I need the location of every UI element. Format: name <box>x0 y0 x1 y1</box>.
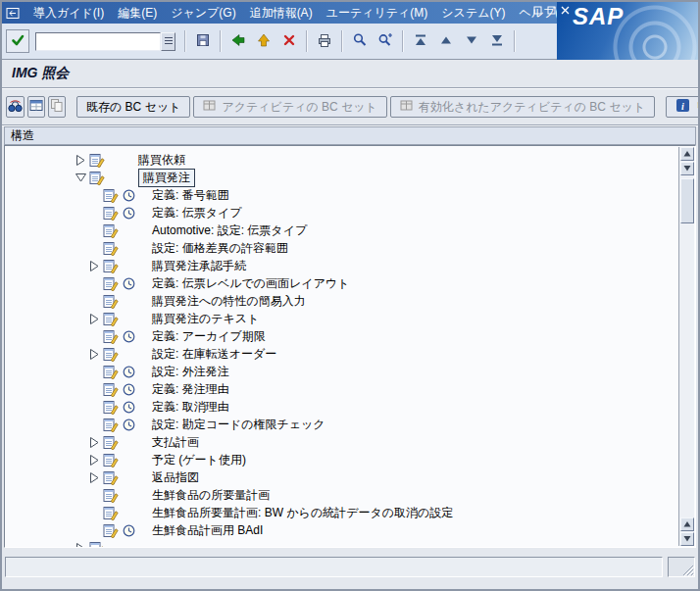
tree-node-label[interactable]: 購買発注承認手続 <box>152 258 246 274</box>
tree-row[interactable]: 購買発注承認手続 <box>5 257 678 274</box>
copy-button[interactable] <box>48 96 66 118</box>
tree-row[interactable]: 定義: 伝票レベルでの画面レイアウト <box>5 274 678 292</box>
expand-icon[interactable] <box>85 349 103 360</box>
tree-row[interactable]: 定義: 番号範囲 <box>5 186 678 204</box>
tree-node-label[interactable]: 定義: 伝票レベルでの画面レイアウト <box>152 275 349 292</box>
release-notes-button[interactable]: i リリースノート <box>666 96 700 118</box>
img-activity-icon[interactable] <box>103 400 123 415</box>
img-activity-icon[interactable] <box>89 153 109 168</box>
tree-node-label[interactable]: Automotive: 設定: 伝票タイプ <box>152 222 307 239</box>
tree-node-label[interactable]: 購買発注への特性の簡易入力 <box>152 293 306 310</box>
cancel-button[interactable] <box>277 29 301 53</box>
img-activity-icon[interactable] <box>103 488 123 503</box>
existing-bc-sets-button[interactable]: 既存の BC セット <box>76 96 190 118</box>
tree-row[interactable]: 定義: アーカイブ期限 <box>5 327 678 345</box>
img-activity-icon[interactable] <box>103 259 123 273</box>
save-button[interactable] <box>191 29 215 53</box>
first-page-button[interactable] <box>409 29 432 53</box>
command-field[interactable] <box>35 32 161 51</box>
tree-row[interactable]: 定義: 発注理由 <box>5 380 678 398</box>
img-activity-icon[interactable] <box>89 171 109 185</box>
activated-bc-sets-button[interactable]: 有効化されたアクティビティの BC セット <box>390 96 655 118</box>
tree-node-label[interactable]: 生鮮食品の所要量計画 <box>152 487 270 504</box>
tree-node-label[interactable]: 定義: 番号範囲 <box>152 187 229 204</box>
menu-item[interactable]: 導入ガイド(I) <box>26 2 111 25</box>
tree-row[interactable]: 定義: 伝票タイプ <box>5 204 678 222</box>
tree-node-label[interactable]: 購買依頼 <box>138 152 185 169</box>
close-button[interactable] <box>560 5 570 15</box>
img-activity-icon[interactable] <box>103 347 123 362</box>
tree-node-label[interactable]: 予定 (ゲート使用) <box>152 452 246 468</box>
minimize-button[interactable] <box>532 5 542 15</box>
tree-row[interactable]: 生鮮食品の所要量計画 <box>5 486 678 504</box>
tree-row[interactable]: 購買依頼 <box>5 151 678 169</box>
img-activity-icon[interactable] <box>103 453 123 468</box>
vertical-scrollbar[interactable] <box>678 147 694 546</box>
print-button[interactable] <box>313 29 336 53</box>
tree-row[interactable]: 設定: 外注発注 <box>5 363 678 380</box>
menu-item[interactable]: ユーティリティ(M) <box>320 2 435 25</box>
img-activity-icon[interactable] <box>103 206 123 221</box>
tree-node-label[interactable]: 返品指図 <box>152 469 199 486</box>
tree-node-label[interactable]: 支払計画 <box>152 434 199 451</box>
img-activity-icon[interactable] <box>103 470 123 485</box>
find-next-button[interactable] <box>374 29 397 53</box>
collapse-icon[interactable] <box>72 172 89 182</box>
tree-node-label[interactable]: 定義: 発注理由 <box>152 381 229 398</box>
tree-row[interactable] <box>5 539 678 547</box>
expand-icon[interactable] <box>85 261 103 271</box>
img-activity-icon[interactable] <box>103 276 123 291</box>
tree-node-label[interactable]: 設定: 勘定コードの権限チェック <box>152 417 325 433</box>
img-activity-icon[interactable] <box>103 223 123 238</box>
expand-icon[interactable] <box>85 455 103 466</box>
expand-icon[interactable] <box>85 437 103 448</box>
bc-sets-for-activity-button[interactable]: アクティビティの BC セット <box>193 96 386 118</box>
scroll-down-button-top[interactable] <box>680 162 694 175</box>
tree-row[interactable]: 設定: 価格差異の許容範囲 <box>5 239 678 257</box>
tree-node-label[interactable]: 定義: 伝票タイプ <box>152 205 242 222</box>
img-activity-icon[interactable] <box>103 506 123 520</box>
tree-node-label[interactable]: 生鮮食品所要量計画: BW からの統計データの取消の設定 <box>152 505 453 521</box>
tree-row[interactable]: 予定 (ゲート使用) <box>5 451 678 468</box>
tree-node-label[interactable]: 定義: アーカイブ期限 <box>152 328 266 345</box>
tree-row[interactable]: 支払計画 <box>5 433 678 451</box>
tree-row[interactable]: Automotive: 設定: 伝票タイプ <box>5 222 678 239</box>
img-activity-icon[interactable] <box>103 329 123 344</box>
tree-node-label[interactable]: 定義: 取消理由 <box>152 399 229 416</box>
menu-item[interactable]: 編集(E) <box>111 2 164 25</box>
back-button[interactable] <box>226 29 250 53</box>
scroll-up-button-bottom[interactable] <box>680 517 694 531</box>
scroll-up-button[interactable] <box>680 147 694 161</box>
img-activity-icon[interactable] <box>103 418 123 432</box>
expand-icon[interactable] <box>85 472 103 483</box>
enter-button[interactable] <box>6 29 29 53</box>
command-history-button[interactable] <box>161 32 175 51</box>
display-structure-button[interactable] <box>27 96 45 118</box>
img-activity-icon[interactable] <box>103 294 123 309</box>
menu-item[interactable]: ジャンプ(G) <box>164 2 242 25</box>
expand-icon[interactable] <box>72 543 89 548</box>
tree-row[interactable]: 生鮮食品計画用 BAdI <box>5 521 678 539</box>
img-activity-icon[interactable] <box>103 523 123 538</box>
menu-item[interactable]: システム(Y) <box>434 2 512 25</box>
tree-node-label[interactable]: 設定: 在庫転送オーダー <box>152 346 276 363</box>
img-activity-icon[interactable] <box>103 188 123 203</box>
img-activity-icon[interactable] <box>103 365 123 379</box>
tree-node-label[interactable]: 設定: 外注発注 <box>152 364 229 380</box>
page-down-button[interactable] <box>460 29 483 53</box>
tree-row[interactable]: 設定: 在庫転送オーダー <box>5 345 678 363</box>
img-activity-icon[interactable] <box>103 241 123 256</box>
find-node-button[interactable] <box>6 96 25 118</box>
system-menu-icon[interactable] <box>6 7 21 20</box>
menu-item[interactable]: 追加情報(A) <box>243 2 320 25</box>
expand-icon[interactable] <box>85 314 103 324</box>
img-activity-icon[interactable] <box>103 435 123 450</box>
find-button[interactable] <box>348 29 372 53</box>
last-page-button[interactable] <box>485 29 509 53</box>
tree-row[interactable]: 設定: 勘定コードの権限チェック <box>5 416 678 433</box>
img-activity-icon[interactable] <box>103 312 123 326</box>
scroll-thumb[interactable] <box>680 178 694 223</box>
maximize-button[interactable] <box>546 5 556 15</box>
expand-icon[interactable] <box>72 155 89 166</box>
tree-node-label[interactable]: 購買発注 <box>138 169 195 187</box>
